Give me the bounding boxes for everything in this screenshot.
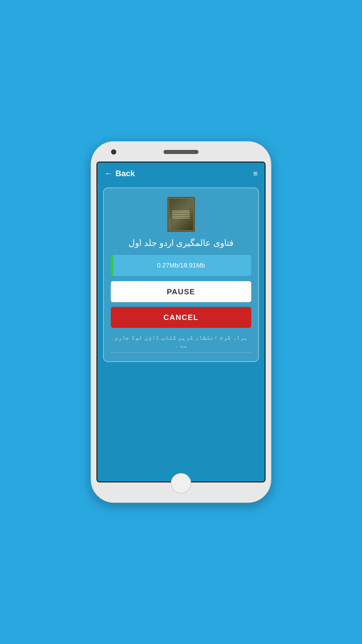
phone-frame: ← Back ≡ [91, 141, 271, 503]
progress-indicator [111, 255, 113, 276]
book-line-4 [172, 216, 190, 217]
nav-bar: ← Back ≡ [97, 162, 265, 185]
menu-icon[interactable]: ≡ [253, 169, 258, 178]
back-button[interactable]: ← Back [104, 169, 135, 178]
book-line-1 [172, 211, 190, 211]
progress-bar-container: 0.27Mb/18.91Mb [111, 255, 251, 276]
phone-camera [111, 149, 116, 155]
back-arrow-icon: ← [104, 169, 113, 178]
book-decoration [172, 211, 190, 218]
phone-speaker [164, 150, 198, 154]
book-line-5 [172, 218, 190, 218]
back-label: Back [115, 169, 135, 178]
book-image-inner [169, 198, 194, 230]
book-image [167, 197, 195, 232]
book-title: فتاوی عالمگیری اردو جلد اول [111, 238, 251, 248]
pause-button[interactable]: PAUSE [111, 281, 251, 302]
divider [111, 352, 251, 353]
home-button[interactable] [171, 473, 191, 494]
content-card: فتاوی عالمگیری اردو جلد اول 0.27Mb/18.91… [103, 188, 259, 362]
cancel-button[interactable]: CANCEL [111, 307, 251, 328]
status-message: براہ کرم انتظار کریں کتاب ڈاؤن لوڈ جاری … [111, 334, 251, 349]
phone-screen: ← Back ≡ [96, 162, 266, 482]
progress-text: 0.27Mb/18.91Mb [111, 262, 251, 269]
book-line-2 [172, 212, 190, 213]
book-line-3 [172, 214, 190, 215]
book-cover [111, 197, 251, 232]
